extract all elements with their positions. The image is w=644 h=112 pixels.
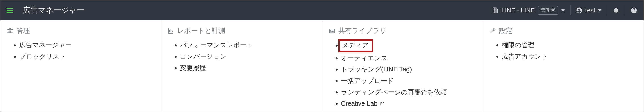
menu-item[interactable]: ランディングページの再審査を依頼 — [341, 86, 476, 98]
menu-item-label: オーディエンス — [341, 54, 388, 62]
column-header: 管理 — [7, 26, 155, 35]
menu-item[interactable]: ブロックリスト — [19, 51, 155, 62]
menu-item[interactable]: オーディエンス — [341, 52, 476, 64]
menu-item-label: トラッキング(LINE Tag) — [341, 66, 412, 73]
column-header: レポートと計測 — [168, 26, 316, 35]
account-switcher[interactable]: LINE - LINE 管理者 — [492, 6, 564, 15]
column-title: レポートと計測 — [177, 26, 225, 35]
role-badge: 管理者 — [538, 6, 558, 15]
highlight-box: メディア — [338, 39, 373, 52]
menu-item-label: 変更履歴 — [180, 64, 206, 71]
wrench-icon — [489, 28, 496, 34]
menu-item-label: 一括アップロード — [341, 77, 394, 84]
caret-down-icon — [598, 9, 602, 12]
menu-item-label: 広告アカウント — [502, 53, 548, 60]
menu-column: 設定権限の管理広告アカウント — [483, 20, 644, 111]
topbar-right: LINE - LINE 管理者 test — [492, 5, 637, 15]
help-button[interactable] — [630, 7, 637, 14]
column-header: 共有ライブラリ — [328, 26, 476, 35]
menu-item-label: パフォーマンスレポート — [180, 41, 253, 49]
chart-icon — [168, 28, 174, 34]
column-title: 共有ライブラリ — [338, 26, 386, 35]
notifications-button[interactable] — [613, 7, 620, 14]
divider — [570, 5, 570, 15]
institution-icon — [7, 28, 14, 34]
column-title: 設定 — [499, 26, 512, 35]
external-link-icon — [380, 98, 384, 103]
menu-column: レポートと計測パフォーマンスレポートコンバージョン変更履歴 — [161, 20, 322, 111]
menu-item[interactable]: 変更履歴 — [180, 62, 316, 74]
user-menu[interactable]: test — [576, 7, 602, 14]
menu-item-label: 権限の管理 — [502, 41, 534, 49]
menu-item-label: コンバージョン — [180, 53, 227, 60]
menu-item-label: ブロックリスト — [19, 53, 66, 60]
account-name: LINE - LINE — [501, 7, 534, 14]
menu-item-label: ランディングページの再審査を依頼 — [341, 88, 447, 96]
menu-item[interactable]: トラッキング(LINE Tag) — [341, 64, 476, 75]
user-circle-icon — [576, 7, 582, 14]
menu-item[interactable]: 権限の管理 — [502, 39, 637, 51]
menu-list: メディアオーディエンストラッキング(LINE Tag)一括アップロードランディン… — [328, 39, 476, 109]
menu-toggle-button[interactable] — [7, 8, 13, 13]
menu-item[interactable]: 広告マネージャー — [19, 39, 155, 51]
menu-item[interactable]: メディア — [341, 39, 476, 52]
menu-list: 広告マネージャーブロックリスト — [7, 39, 155, 62]
column-header: 設定 — [489, 26, 637, 35]
menu-column: 共有ライブラリメディアオーディエンストラッキング(LINE Tag)一括アップロ… — [322, 20, 483, 111]
menu-item-label: メディア — [342, 42, 369, 49]
image-icon — [328, 28, 335, 34]
menu-item-label: 広告マネージャー — [19, 41, 72, 49]
menu-list: パフォーマンスレポートコンバージョン変更履歴 — [168, 39, 316, 73]
building-icon — [492, 7, 498, 14]
user-name: test — [585, 7, 595, 14]
menu-item[interactable]: パフォーマンスレポート — [180, 39, 316, 51]
menu-item[interactable]: コンバージョン — [180, 51, 316, 62]
caret-down-icon — [561, 9, 565, 12]
mega-menu: 管理広告マネージャーブロックリストレポートと計測パフォーマンスレポートコンバージ… — [0, 20, 644, 111]
topbar: 広告マネージャー LINE - LINE 管理者 test — [0, 1, 644, 20]
menu-column: 管理広告マネージャーブロックリスト — [0, 20, 161, 111]
app-title: 広告マネージャー — [23, 5, 84, 16]
menu-list: 権限の管理広告アカウント — [489, 39, 637, 62]
help-icon — [630, 7, 637, 14]
bell-icon — [613, 7, 620, 14]
divider — [607, 5, 608, 15]
column-title: 管理 — [16, 26, 30, 35]
divider — [625, 5, 625, 15]
menu-item[interactable]: 広告アカウント — [502, 51, 637, 62]
menu-item-label: Creative Lab — [341, 100, 378, 107]
menu-item[interactable]: 一括アップロード — [341, 75, 476, 86]
menu-item[interactable]: Creative Lab — [341, 98, 476, 109]
